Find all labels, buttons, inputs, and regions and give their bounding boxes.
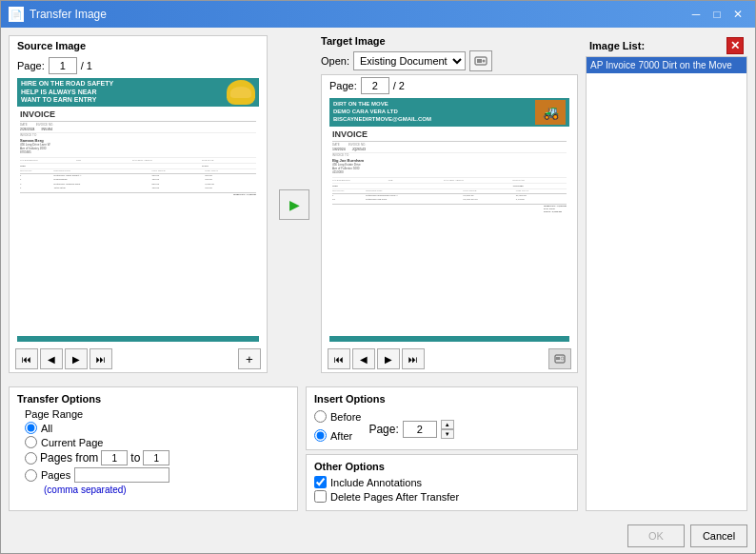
title-bar-left: 📄 Transfer Image: [9, 7, 107, 22]
pages-from-row: Pages from to: [25, 450, 289, 465]
cancel-button[interactable]: Cancel: [690, 524, 747, 547]
pages-from-start-input[interactable]: [101, 450, 128, 465]
transfer-button[interactable]: ▶: [279, 189, 309, 220]
source-divider-4: [20, 163, 256, 164]
svg-point-5: [561, 357, 564, 360]
target-open-row: Open: Existing Document New Document: [321, 50, 578, 71]
source-divider-7: [20, 192, 256, 193]
target-page-total: / 2: [393, 80, 405, 91]
target-line-items: 1Enterprise Breakdown plans A24,000.0024…: [332, 194, 567, 203]
insert-page-input[interactable]: [403, 421, 437, 438]
target-image-label: Target Image: [321, 35, 386, 47]
pages-from-end-input[interactable]: [143, 450, 169, 465]
source-nav-group: ⏮ ◀ ▶ ⏭: [15, 348, 112, 369]
include-annotations-checkbox[interactable]: [314, 476, 327, 488]
svg-rect-1: [477, 59, 482, 63]
current-page-radio[interactable]: [25, 436, 37, 448]
insert-options-title: Insert Options: [314, 393, 569, 405]
delete-pages-checkbox[interactable]: [314, 490, 327, 503]
source-divider-5: [20, 168, 256, 169]
source-date-label: DATE: [20, 123, 28, 127]
source-invoice-title: INVOICE: [20, 109, 256, 119]
before-label: Before: [330, 411, 361, 423]
page-range-group: Page Range All Current Page Pages from: [25, 408, 289, 495]
source-invoice-num-label: INVOICE NO.: [36, 123, 54, 127]
target-scan-button[interactable]: [469, 50, 492, 71]
transfer-options-title: Transfer Options: [17, 393, 289, 405]
source-page-nav: Page: / 1: [10, 55, 267, 78]
pages-from-radio[interactable]: [25, 452, 37, 465]
target-add-button[interactable]: [548, 348, 571, 369]
target-image-preview: DIRT ON THE MOVEDEMO CARA VERA LTDBISCAY…: [329, 98, 569, 342]
source-address: 456 Long Drive Lane WAve of Industry 200…: [20, 143, 256, 155]
spin-up-button[interactable]: ▲: [441, 420, 454, 429]
source-bill-to-label: INVOICE TO: [20, 133, 256, 137]
scan-icon: [474, 55, 487, 67]
comma-hint: (comma separated): [44, 485, 289, 495]
pages-label: Pages: [41, 469, 70, 481]
before-radio[interactable]: [314, 410, 327, 423]
target-excavator-icon: 🚜: [535, 100, 566, 125]
target-table-row-1: Greg 1/23/4985: [332, 185, 567, 188]
image-list-item[interactable]: AP Invoice 7000 Dirt on the Move: [587, 57, 746, 73]
left-panel: Source Image Page: / 1 HIRE ON THE ROAD …: [9, 35, 578, 511]
all-radio[interactable]: [25, 422, 37, 434]
source-table-headers: SALESPERSON JOB PAYMENT TERMS DUE DATE: [20, 159, 256, 162]
source-page-input[interactable]: [49, 57, 77, 74]
transfer-options-panel: Transfer Options Page Range All Current …: [9, 386, 298, 511]
target-nav-group: ⏮ ◀ ▶ ⏭: [328, 348, 425, 369]
source-date-val-row: 2/26/2024 INV#94: [20, 128, 256, 131]
target-date-val-row: 1/6/2024 JQ26543: [332, 148, 567, 151]
target-last-button[interactable]: ⏭: [402, 348, 425, 369]
target-table-headers: SALESPERSON JOB PAYMENT TERMS DUE DATE: [332, 179, 567, 182]
minimize-button[interactable]: ─: [686, 6, 706, 23]
target-footer: [329, 336, 569, 342]
pages-text-input[interactable]: [74, 467, 169, 483]
pages-radio-row: Pages: [25, 467, 289, 483]
pages-radio[interactable]: [25, 469, 37, 482]
include-annotations-label: Include Annotations: [330, 477, 422, 488]
include-annotations-row: Include Annotations: [314, 476, 569, 488]
pages-from-to-label: to: [130, 451, 140, 465]
target-header: Target Image: [321, 35, 578, 50]
window-close-button[interactable]: ✕: [728, 6, 747, 23]
target-subtotal: SUBTOTAL: 2,040.00TAX: 0.4%TOTAL: 2,042.…: [544, 205, 567, 213]
target-first-button[interactable]: ⏮: [328, 348, 350, 369]
source-table-row-1: Greg 3/4/67: [20, 165, 256, 168]
target-invoice-header: DIRT ON THE MOVEDEMO CARA VERA LTDBISCAY…: [329, 98, 569, 127]
target-divider-3: [332, 177, 567, 178]
delete-pages-row: Delete Pages After Transfer: [314, 490, 569, 503]
source-add-button[interactable]: +: [238, 348, 261, 369]
insert-row: Before After Page:: [314, 408, 569, 444]
insert-other-section: Insert Options Before After: [306, 386, 578, 511]
title-bar-controls: ─ □ ✕: [686, 6, 747, 23]
target-inv-num-val: JQ26543: [352, 148, 366, 151]
target-divider-4: [332, 183, 567, 184]
after-radio[interactable]: [314, 429, 327, 442]
insert-radios: Before After: [314, 408, 361, 444]
target-page-input[interactable]: [361, 77, 389, 94]
spin-down-button[interactable]: ▼: [441, 429, 454, 439]
image-list-close-button[interactable]: ✕: [726, 37, 744, 54]
source-last-button[interactable]: ⏭: [90, 348, 112, 369]
title-bar: 📄 Transfer Image ─ □ ✕: [1, 1, 755, 28]
target-open-select[interactable]: Existing Document New Document: [353, 51, 466, 70]
pages-from-label: Pages from: [40, 451, 98, 465]
target-divider-1: [332, 141, 567, 142]
source-prev-button[interactable]: ◀: [40, 348, 63, 369]
source-next-button[interactable]: ▶: [65, 348, 88, 369]
maximize-button[interactable]: □: [707, 6, 726, 23]
transfer-image-dialog: 📄 Transfer Image ─ □ ✕ Source Image Page…: [0, 0, 756, 554]
source-qty-headers: QUANTITY DESCRIPTION UNIT PRICE LINE TOT…: [20, 169, 256, 172]
ok-button[interactable]: OK: [627, 524, 685, 547]
target-bill-to-label: INVOICE TO: [332, 153, 567, 157]
source-first-button[interactable]: ⏮: [15, 348, 38, 369]
source-image-preview: HIRE ON THE ROAD SAFETYHELP IS ALWAYS NE…: [17, 78, 259, 342]
bottom-buttons: OK Cancel: [1, 519, 755, 553]
target-scan-icon: [554, 353, 566, 365]
source-invoice-body: INVOICE DATE INVOICE NO. 2/26/2024 INV#9…: [17, 107, 259, 336]
source-divider-3: [20, 157, 256, 158]
target-next-button[interactable]: ▶: [377, 348, 400, 369]
source-subtotal-label: SUBTOTAL: 2,400.00: [233, 193, 256, 196]
target-prev-button[interactable]: ◀: [352, 348, 375, 369]
